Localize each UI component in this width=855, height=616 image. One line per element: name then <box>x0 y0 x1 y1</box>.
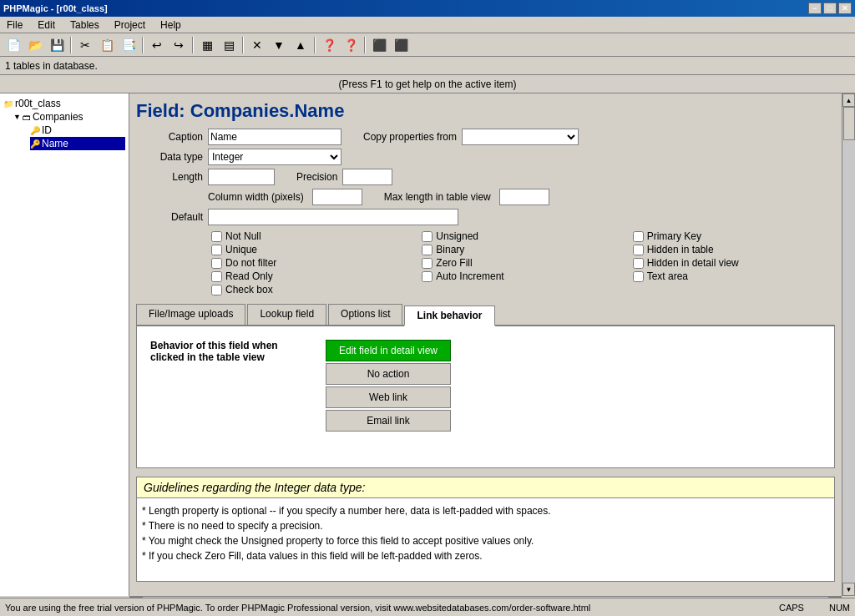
tab-lookup-label: Lookup field <box>260 308 314 320</box>
caption-input[interactable] <box>208 129 341 145</box>
toolbar-cut[interactable]: ✂ <box>75 36 95 54</box>
precision-input[interactable] <box>342 169 392 185</box>
link-behavior-layout: Behavior of this field when clicked in t… <box>150 340 821 432</box>
tab-link-behavior[interactable]: Link behavior <box>404 305 494 326</box>
close-button[interactable]: ✕ <box>838 3 852 14</box>
hidden-table-checkbox[interactable] <box>633 245 644 255</box>
read-only-checkbox[interactable] <box>211 271 222 282</box>
tree-item-id[interactable]: 🔑 ID <box>30 124 125 137</box>
toolbar-extra2[interactable]: ⬛ <box>391 36 411 54</box>
link-option-no-action[interactable]: No action <box>326 363 451 385</box>
toolbar-sep-5 <box>314 37 316 53</box>
toolbar-extra1[interactable]: ⬛ <box>369 36 389 54</box>
checkbox-primary-key: Primary Key <box>633 230 835 242</box>
tabs-container: File/Image uploads Lookup field Options … <box>136 304 835 468</box>
menu-bar: File Edit Tables Project Help <box>0 17 855 33</box>
minimize-button[interactable]: − <box>808 3 822 14</box>
menu-file[interactable]: File <box>3 18 26 33</box>
read-only-label: Read Only <box>225 270 273 282</box>
scroll-up-button[interactable]: ▲ <box>842 93 855 107</box>
tab-file-image-label: File/Image uploads <box>149 308 233 320</box>
colwidth-row: Column width (pixels) Max length in tabl… <box>136 189 835 205</box>
hidden-detail-checkbox[interactable] <box>633 258 644 269</box>
tab-link-behavior-label: Link behavior <box>417 310 482 321</box>
toolbar-detail-view[interactable]: ▤ <box>219 36 239 54</box>
unique-checkbox[interactable] <box>211 245 222 255</box>
datatype-select[interactable]: Integer <box>208 149 341 165</box>
checkbox-not-null: Not Null <box>211 230 413 242</box>
unsigned-label: Unsigned <box>436 230 478 242</box>
toolbar-help2[interactable]: ❓ <box>341 36 361 54</box>
toolbar-paste[interactable]: 📑 <box>119 36 139 54</box>
length-input[interactable] <box>208 169 275 185</box>
unsigned-checkbox[interactable] <box>422 231 433 242</box>
restore-button[interactable]: □ <box>823 3 837 14</box>
tree-root-label: r00t_class <box>15 98 61 109</box>
default-label: Default <box>136 211 203 223</box>
text-area-checkbox[interactable] <box>633 271 644 282</box>
toolbar-up[interactable]: ▲ <box>291 36 311 54</box>
checkbox-unique: Unique <box>211 244 413 255</box>
check-box-checkbox[interactable] <box>211 285 222 295</box>
menu-project[interactable]: Project <box>111 18 149 33</box>
vertical-scrollbar: ▲ ▼ <box>842 93 855 596</box>
default-input[interactable] <box>208 209 458 225</box>
tree-item-root[interactable]: 📁 r00t_class <box>3 97 125 110</box>
tree-id-label: ID <box>42 124 52 136</box>
expand-companies-icon[interactable]: ▼ <box>13 113 21 121</box>
link-option-web-link[interactable]: Web link <box>326 386 451 408</box>
tab-file-image[interactable]: File/Image uploads <box>136 304 245 325</box>
link-option-edit[interactable]: Edit field in detail view <box>326 340 451 361</box>
checkbox-unsigned: Unsigned <box>422 230 624 242</box>
scroll-track <box>842 107 855 583</box>
toolbar-open[interactable]: 📂 <box>25 36 45 54</box>
field-title: Field: Companies.Name <box>136 100 835 122</box>
menu-tables[interactable]: Tables <box>67 18 103 33</box>
toolbar-sep-2 <box>142 37 144 53</box>
toolbar-new[interactable]: 📄 <box>3 36 23 54</box>
menu-edit[interactable]: Edit <box>34 18 58 33</box>
tree-item-companies[interactable]: ▼ 🗃 Companies <box>13 110 125 124</box>
toolbar-table-view[interactable]: ▦ <box>197 36 217 54</box>
checkbox-hidden-detail: Hidden in detail view <box>633 257 835 269</box>
tab-options[interactable]: Options list <box>328 304 402 325</box>
toolbar-redo[interactable]: ↪ <box>169 36 189 54</box>
scroll-thumb[interactable] <box>843 107 855 140</box>
primary-key-checkbox[interactable] <box>633 231 644 242</box>
binary-checkbox[interactable] <box>422 245 433 255</box>
tree-root: 📁 r00t_class ▼ 🗃 Companies 🔑 ID 🔑 Na <box>3 97 125 150</box>
checkboxes-area: Not Null Unsigned Primary Key Unique Bin… <box>211 230 835 295</box>
toolbar-delete[interactable]: ✕ <box>247 36 267 54</box>
main-layout: 📁 r00t_class ▼ 🗃 Companies 🔑 ID 🔑 Na <box>0 93 855 596</box>
checkbox-check-box: Check box <box>211 284 413 295</box>
tab-lookup[interactable]: Lookup field <box>247 304 326 325</box>
guideline-line-2: * There is no need to specify a precisio… <box>142 518 829 533</box>
checkbox-binary: Binary <box>422 244 624 255</box>
tree-item-name[interactable]: 🔑 Name <box>30 137 125 150</box>
do-not-filter-label: Do not filter <box>225 257 276 269</box>
window-title: PHPMagic - [r00t_class] <box>3 3 108 13</box>
hidden-detail-label: Hidden in detail view <box>647 257 739 269</box>
not-null-checkbox[interactable] <box>211 231 222 242</box>
length-label: Length <box>136 171 203 183</box>
scroll-down-button[interactable]: ▼ <box>842 583 855 596</box>
auto-increment-checkbox[interactable] <box>422 271 433 282</box>
colwidth-input[interactable] <box>312 189 362 205</box>
maxlength-label: Max length in table view <box>384 191 491 203</box>
toolbar-save[interactable]: 💾 <box>47 36 67 54</box>
toolbar-undo[interactable]: ↩ <box>147 36 167 54</box>
menu-help[interactable]: Help <box>157 18 185 33</box>
not-null-label: Not Null <box>225 230 261 242</box>
maxlength-input[interactable] <box>499 189 549 205</box>
copy-select[interactable] <box>462 129 579 145</box>
toolbar-down[interactable]: ▼ <box>269 36 289 54</box>
zero-fill-checkbox[interactable] <box>422 258 433 269</box>
status-message: You are using the free trial version of … <box>5 603 590 613</box>
checkbox-auto-increment: Auto Increment <box>422 270 624 282</box>
title-bar-controls: − □ ✕ <box>808 3 852 14</box>
link-option-email-link[interactable]: Email link <box>326 410 451 432</box>
status-right: CAPS NUM <box>779 603 850 613</box>
do-not-filter-checkbox[interactable] <box>211 258 222 269</box>
toolbar-help1[interactable]: ❓ <box>319 36 339 54</box>
toolbar-copy[interactable]: 📋 <box>97 36 117 54</box>
